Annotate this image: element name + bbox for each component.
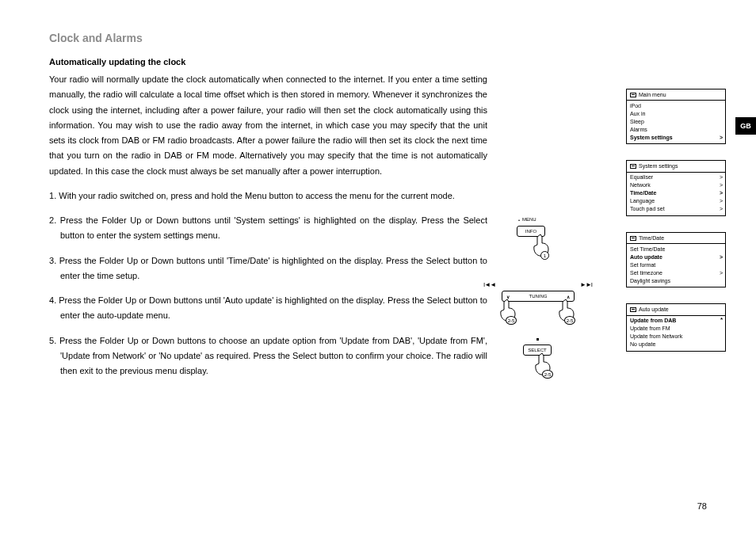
menu-title-text: Main menu [639,91,666,98]
button-diagram: • MENU INFO 1 I◄◄ ►►I ∨ TUNING ∧ 2-5 2-5… [483,218,610,392]
step-item: Press the Folder Up or Down buttons to c… [49,333,487,379]
menu-item: No update [630,341,723,348]
menu-item: iPod [630,101,723,109]
menu-item: Update from FM [630,325,723,333]
menu-main: Main menu iPodAux inSleepAlarmsSystem se… [626,89,726,144]
menu-item: Auto update> [630,253,723,261]
menu-screenshots: Main menu iPodAux inSleepAlarmsSystem se… [626,89,726,352]
menu-item: Update from Network [630,333,723,341]
menu-icon [630,164,636,169]
step-item: Press the Folder Up or Down buttons unti… [49,293,487,324]
steps-list: With your radio switched on, press and h… [49,188,487,379]
menu-item: Network> [630,181,723,189]
menu-item: Equaliser> [630,173,723,181]
menu-title-text: Time/Date [639,234,664,242]
menu-title-text: Auto update [639,306,669,313]
step-item: Press the Folder Up or Down buttons unti… [49,213,487,244]
menu-item: Set format [630,261,723,268]
menu-icon [630,307,636,312]
step-item: With your radio switched on, press and h… [49,188,487,204]
section-title: Clock and Alarms [49,32,724,44]
next-icon: ►►I [580,281,592,288]
step-number: 2-5 [564,316,575,325]
content-row: Automatically updating the clock Your ra… [49,57,724,388]
text-column: Automatically updating the clock Your ra… [49,57,487,388]
menu-item: System settings> [630,133,723,141]
menu-item: Aux in [630,109,723,117]
menu-icon [630,236,636,241]
menu-item: Set timezone> [630,268,723,276]
menu-timedate: Time/Date Set Time/DateAuto update>Set f… [626,232,726,287]
dot-icon [536,338,539,341]
menu-item: Alarms [630,125,723,133]
menu-system: System settings Equaliser>Network>Time/D… [626,160,726,215]
menu-item: Time/Date> [630,189,723,197]
tuning-label: TUNING [529,294,548,299]
subheading: Automatically updating the clock [49,57,487,67]
menu-item: Set Time/Date [630,245,723,253]
menu-label: MENU [522,217,536,222]
page-number: 78 [697,501,707,511]
menu-item: Language> [630,197,723,205]
intro-paragraph: Your radio will normally update the cloc… [49,72,487,179]
step-number: 2-5 [542,370,553,379]
menu-icon [630,93,636,97]
menu-auto: Auto update Update from DAB*Update from … [626,303,726,351]
language-tab-gb: GB [735,117,756,135]
menu-item: Touch pad set> [630,205,723,213]
menu-item: Daylight savings [630,276,723,284]
menu-title-text: System settings [639,162,678,169]
prev-icon: I◄◄ [483,281,495,288]
step-number: 2-5 [506,316,517,325]
manual-page: GB Clock and Alarms Automatically updati… [0,0,756,533]
menu-item: Sleep [630,117,723,125]
step-item: Press the Folder Up or Down buttons unti… [49,253,487,284]
step-number: 1 [540,251,549,260]
menu-item: Update from DAB* [630,317,723,325]
